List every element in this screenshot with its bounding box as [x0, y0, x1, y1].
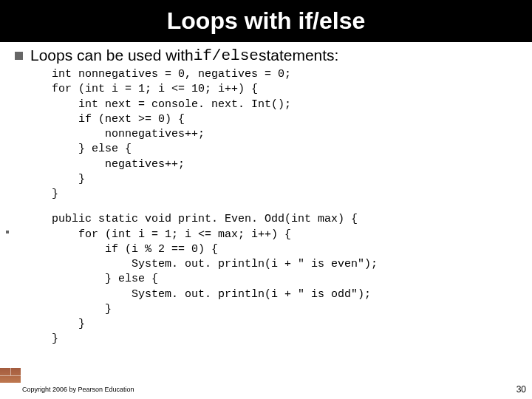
code-block-2: public static void print. Even. Odd(int …	[52, 212, 517, 347]
bullet-text-pre: Loops can be used with	[30, 47, 194, 64]
bullet-line: Loops can be used with if/else statement…	[15, 47, 517, 64]
slide-title: Loops with if/else	[0, 0, 532, 42]
copyright-footer: Copyright 2006 by Pearson Education	[22, 386, 134, 393]
page-number: 30	[516, 384, 526, 395]
brick-decoration	[0, 368, 21, 383]
square-bullet-icon	[15, 52, 23, 60]
bullet-text-post: statements:	[259, 47, 339, 64]
code-block-1: int nonnegatives = 0, negatives = 0; for…	[52, 67, 517, 202]
small-bullet-icon	[6, 231, 9, 233]
slide-content: Loops can be used with if/else statement…	[0, 42, 532, 347]
bullet-text-code: if/else	[194, 47, 259, 64]
